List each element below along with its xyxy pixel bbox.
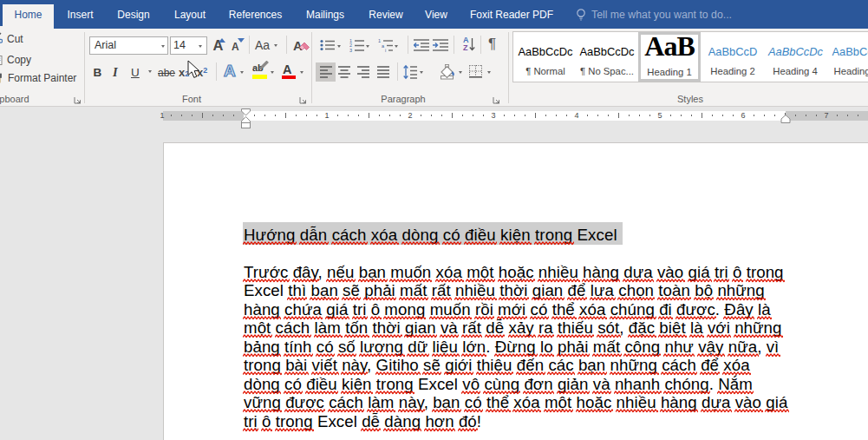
svg-text:3: 3	[349, 48, 352, 53]
svg-text:1: 1	[378, 38, 381, 43]
svg-text:i: i	[385, 48, 386, 52]
